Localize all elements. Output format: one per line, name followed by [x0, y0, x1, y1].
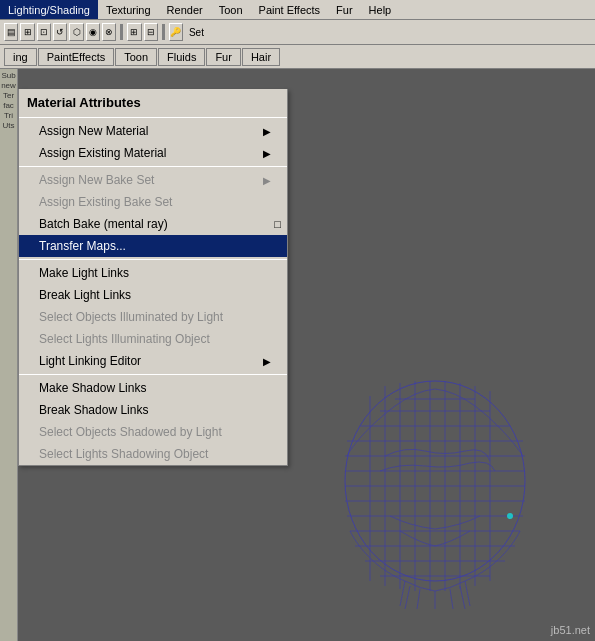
menu-paint-effects[interactable]: Paint Effects [251, 0, 329, 19]
toolbar-btn-10[interactable]: 🔑 [169, 23, 183, 41]
watermark: jb51.net [551, 624, 590, 636]
menu-light-linking-editor[interactable]: Light Linking Editor ▶ [19, 350, 287, 372]
toolbar-btn-1[interactable]: ▤ [4, 23, 18, 41]
menu-assign-existing-bake-set: Assign Existing Bake Set [19, 191, 287, 213]
tab-toon[interactable]: Toon [115, 48, 157, 66]
svg-line-27 [417, 589, 420, 609]
tab-fur[interactable]: Fur [206, 48, 241, 66]
svg-line-26 [460, 586, 465, 609]
toolbar-btn-6[interactable]: ◉ [86, 23, 100, 41]
menu-assign-new-material[interactable]: Assign New Material ▶ [19, 120, 287, 142]
menu-material-attributes[interactable]: Material Attributes [19, 89, 287, 115]
menu-select-lights-illuminating: Select Lights Illuminating Object [19, 328, 287, 350]
menu-help[interactable]: Help [361, 0, 400, 19]
batch-icon: □ [274, 218, 281, 230]
menu-assign-new-bake-set: Assign New Bake Set ▶ [19, 169, 287, 191]
toolbar1: ▤ ⊞ ⊡ ↺ ⬡ ◉ ⊗ ⊞ ⊟ 🔑 Set [0, 20, 595, 45]
tab-painteffects[interactable]: PaintEffects [38, 48, 115, 66]
svg-point-30 [507, 513, 513, 519]
tab-hair[interactable]: Hair [242, 48, 280, 66]
tab-ing[interactable]: ing [4, 48, 37, 66]
main-area: Sub new Ter fac Tri Uts [0, 69, 595, 641]
menu-toon[interactable]: Toon [211, 0, 251, 19]
sidebar-label-uts: Uts [3, 121, 15, 130]
toolbar2: ing PaintEffects Toon Fluids Fur Hair [0, 45, 595, 69]
arrow-icon-4: ▶ [263, 356, 271, 367]
toolbar-btn-9[interactable]: ⊟ [144, 23, 158, 41]
arrow-icon: ▶ [263, 126, 271, 137]
separator-1 [19, 117, 287, 118]
sidebar-label-sub: Sub [1, 71, 15, 80]
arrow-icon-3: ▶ [263, 175, 271, 186]
menu-transfer-maps[interactable]: Transfer Maps... [19, 235, 287, 257]
sidebar-label-fac: fac [3, 101, 14, 110]
sidebar: Sub new Ter fac Tri Uts [0, 69, 18, 641]
set-label: Set [189, 27, 204, 38]
menu-make-shadow-links[interactable]: Make Shadow Links [19, 377, 287, 399]
tab-fluids[interactable]: Fluids [158, 48, 205, 66]
menu-make-light-links[interactable]: Make Light Links [19, 262, 287, 284]
menu-batch-bake[interactable]: Batch Bake (mental ray) □ [19, 213, 287, 235]
menu-break-light-links[interactable]: Break Light Links [19, 284, 287, 306]
menu-texturing[interactable]: Texturing [98, 0, 159, 19]
sidebar-label-tri: Tri [4, 111, 13, 120]
toolbar-btn-7[interactable]: ⊗ [102, 23, 116, 41]
toolbar-btn-2[interactable]: ⊞ [20, 23, 34, 41]
toolbar-btn-5[interactable]: ⬡ [69, 23, 83, 41]
svg-line-24 [465, 581, 470, 606]
menu-assign-existing-material[interactable]: Assign Existing Material ▶ [19, 142, 287, 164]
menu-select-objects-shadowed: Select Objects Shadowed by Light [19, 421, 287, 443]
separator-3 [19, 259, 287, 260]
svg-line-23 [400, 581, 405, 606]
toolbar-btn-3[interactable]: ⊡ [37, 23, 51, 41]
svg-line-25 [405, 586, 410, 609]
menu-lighting-shading[interactable]: Lighting/Shading [0, 0, 98, 19]
menu-fur[interactable]: Fur [328, 0, 361, 19]
arrow-icon-2: ▶ [263, 148, 271, 159]
toolbar-btn-4[interactable]: ↺ [53, 23, 67, 41]
dropdown-menu: Material Attributes Assign New Material … [18, 89, 288, 466]
menu-select-lights-shadowing: Select Lights Shadowing Object [19, 443, 287, 465]
toolbar-btn-8[interactable]: ⊞ [127, 23, 141, 41]
sidebar-label-ter: Ter [3, 91, 14, 100]
svg-line-28 [450, 589, 453, 609]
separator-2 [19, 166, 287, 167]
menubar: Lighting/Shading Texturing Render Toon P… [0, 0, 595, 20]
menu-break-shadow-links[interactable]: Break Shadow Links [19, 399, 287, 421]
menu-select-objects-illuminated: Select Objects Illuminated by Light [19, 306, 287, 328]
canvas-area: Material Attributes Assign New Material … [18, 69, 595, 641]
separator-4 [19, 374, 287, 375]
menu-render[interactable]: Render [159, 0, 211, 19]
sidebar-label-new: new [1, 81, 16, 90]
head-wireframe [325, 371, 545, 611]
